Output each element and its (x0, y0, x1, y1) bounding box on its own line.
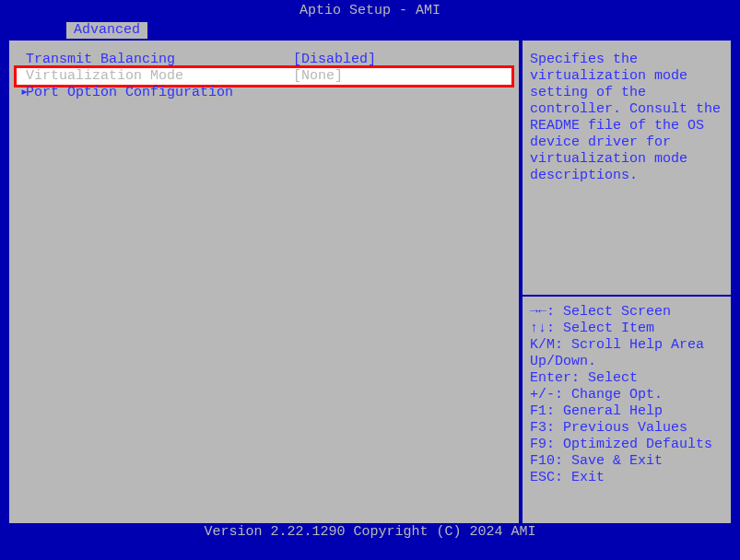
item-virtualization-mode[interactable]: Virtualization Mode [None] (17, 68, 511, 85)
item-value: [None] (293, 68, 511, 85)
tab-row: Advanced (0, 22, 740, 39)
nav-save-exit: F10: Save & Exit (530, 453, 723, 470)
item-value: [Disabled] (293, 52, 511, 68)
nav-previous-values: F3: Previous Values (530, 420, 723, 437)
help-text: Specifies the virtualization mode settin… (530, 52, 723, 184)
help-panel: Specifies the virtualization mode settin… (521, 39, 733, 525)
nav-change-opt: +/-: Change Opt. (530, 387, 723, 403)
divider (523, 295, 731, 297)
item-label: Port Option Configuration (17, 85, 293, 101)
nav-optimized-defaults: F9: Optimized Defaults (530, 437, 723, 453)
tab-advanced[interactable]: Advanced (66, 22, 147, 39)
nav-scroll-help: K/M: Scroll Help Area Up/Down. (530, 337, 723, 370)
settings-panel: Transmit Balancing [Disabled] Virtualiza… (7, 39, 521, 525)
footer-text: Version 2.22.1290 Copyright (C) 2024 AMI (204, 524, 535, 540)
item-label: Virtualization Mode (17, 68, 293, 85)
main-area: Transmit Balancing [Disabled] Virtualiza… (0, 39, 740, 525)
nav-esc-exit: ESC: Exit (530, 470, 723, 486)
item-value (293, 85, 511, 101)
nav-enter: Enter: Select (530, 370, 723, 387)
title-text: Aptio Setup - AMI (300, 3, 440, 18)
submenu-arrow-icon: ▸ (20, 85, 29, 101)
title-bar: Aptio Setup - AMI (0, 0, 740, 22)
item-transmit-balancing[interactable]: Transmit Balancing [Disabled] (17, 52, 511, 68)
nav-general-help: F1: General Help (530, 403, 723, 420)
item-port-option-config[interactable]: ▸ Port Option Configuration (17, 85, 511, 101)
item-label: Transmit Balancing (17, 52, 293, 68)
nav-select-screen: →←: Select Screen (530, 304, 723, 321)
nav-select-item: ↑↓: Select Item (530, 321, 723, 337)
footer: Version 2.22.1290 Copyright (C) 2024 AMI (0, 523, 740, 542)
